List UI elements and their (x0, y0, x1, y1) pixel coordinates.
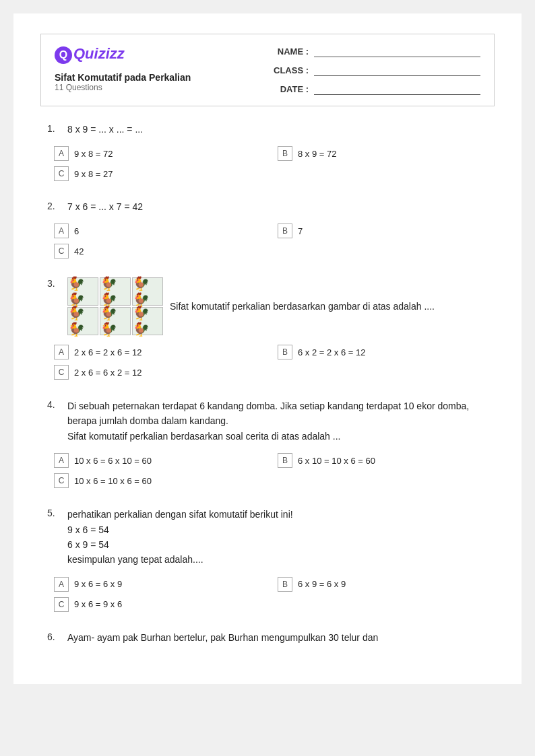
option-letter-1b: B (278, 146, 292, 161)
option-2c: C 42 (54, 244, 264, 259)
rooster-cell: 🐓🐓 (100, 307, 131, 335)
question-row-1: 1. 8 x 9 = ... x ... = ... (47, 123, 488, 137)
rooster-cell: 🐓🐓 (132, 277, 163, 306)
question-text-1: 8 x 9 = ... x ... = ... (67, 123, 488, 137)
question-block-2: 2. 7 x 6 = ... x 7 = 42 A 6 B 7 C 42 (47, 200, 488, 259)
question-block-5: 5. perhatikan perkalian dengan sifat kom… (47, 507, 488, 612)
option-letter-1c: C (54, 166, 69, 181)
option-text-1a: 9 x 8 = 72 (74, 149, 113, 159)
option-text-5a: 9 x 6 = 6 x 9 (74, 579, 122, 589)
option-text-2a: 6 (74, 226, 79, 236)
option-3a: A 2 x 6 = 2 x 6 = 12 (54, 345, 264, 359)
options-grid-5: A 9 x 6 = 6 x 9 B 6 x 9 = 6 x 9 C 9 x 6 … (47, 577, 488, 612)
name-field-row: NAME : (272, 45, 480, 57)
option-5b: B 6 x 9 = 6 x 9 (278, 577, 488, 592)
option-4b: B 6 x 10 = 10 x 6 = 60 (278, 453, 488, 468)
options-grid-3: A 2 x 6 = 2 x 6 = 12 B 6 x 2 = 2 x 6 = 1… (47, 345, 488, 380)
option-letter-2b: B (278, 224, 292, 238)
option-text-3c: 2 x 6 = 6 x 2 = 12 (74, 368, 141, 378)
logo-q-circle: Q (55, 46, 72, 64)
option-text-2c: 42 (74, 246, 84, 256)
date-field-row: DATE : (272, 83, 480, 95)
question-num-4: 4. (47, 399, 67, 410)
class-line (314, 64, 480, 76)
option-1a: A 9 x 8 = 72 (54, 146, 264, 161)
question-num-6: 6. (47, 631, 67, 642)
question-text-5: perhatikan perkalian dengan sifat komuta… (67, 507, 293, 568)
option-letter-4a: A (54, 453, 69, 468)
rooster-cell: 🐓🐓 (67, 277, 98, 306)
question-text-3: Sifat komutatif perkalian berdasarkan ga… (170, 300, 435, 314)
question-text-2: 7 x 6 = ... x 7 = 42 (67, 200, 488, 214)
question-block-1: 1. 8 x 9 = ... x ... = ... A 9 x 8 = 72 … (47, 123, 488, 181)
question-row-2: 2. 7 x 6 = ... x 7 = 42 (47, 200, 488, 214)
option-letter-3a: A (54, 345, 69, 359)
name-line (314, 45, 480, 57)
question-num-1: 1. (47, 123, 67, 134)
option-text-3b: 6 x 2 = 2 x 6 = 12 (298, 347, 365, 357)
question-num-2: 2. (47, 200, 67, 211)
question-num-3: 3. (47, 277, 67, 289)
option-text-4a: 10 x 6 = 6 x 10 = 60 (74, 456, 152, 466)
option-text-4b: 6 x 10 = 10 x 6 = 60 (298, 456, 375, 466)
option-text-3a: 2 x 6 = 2 x 6 = 12 (74, 347, 141, 357)
question-row-6: 6. Ayam- ayam pak Burhan bertelur, pak B… (47, 631, 488, 645)
options-grid-4: A 10 x 6 = 6 x 10 = 60 B 6 x 10 = 10 x 6… (47, 453, 488, 488)
date-line (314, 83, 480, 95)
class-field-row: CLASS : (272, 64, 480, 76)
option-4a: A 10 x 6 = 6 x 10 = 60 (54, 453, 264, 468)
question-row-5: 5. perhatikan perkalian dengan sifat kom… (47, 507, 488, 568)
question-row-3: 3. 🐓🐓 🐓🐓 🐓🐓 🐓🐓 🐓🐓 🐓🐓 (47, 277, 488, 335)
option-letter-5a: A (54, 577, 69, 592)
rooster-cell: 🐓🐓 (100, 277, 131, 306)
option-2a: A 6 (54, 224, 264, 238)
option-5a: A 9 x 6 = 6 x 9 (54, 577, 264, 592)
option-5c: C 9 x 6 = 9 x 6 (54, 597, 264, 612)
options-grid-2: A 6 B 7 C 42 (47, 224, 488, 259)
option-3b: B 6 x 2 = 2 x 6 = 12 (278, 345, 488, 359)
option-letter-5b: B (278, 577, 292, 592)
date-label: DATE : (272, 84, 309, 94)
option-text-2b: 7 (298, 226, 303, 236)
question-num-5: 5. (47, 507, 67, 518)
question-block-4: 4. Di sebuah peternakan terdapat 6 kanda… (47, 399, 488, 488)
rooster-image: 🐓🐓 🐓🐓 🐓🐓 🐓🐓 🐓🐓 🐓🐓 (67, 277, 163, 335)
option-letter-3b: B (278, 345, 292, 359)
option-letter-4c: C (54, 473, 69, 488)
option-1b: B 8 x 9 = 72 (278, 146, 488, 161)
option-letter-5c: C (54, 597, 69, 612)
option-text-1c: 9 x 8 = 27 (74, 169, 113, 179)
question-block-3: 3. 🐓🐓 🐓🐓 🐓🐓 🐓🐓 🐓🐓 🐓🐓 (47, 277, 488, 380)
option-text-4c: 10 x 6 = 10 x 6 = 60 (74, 476, 152, 486)
rooster-cell: 🐓🐓 (132, 307, 163, 335)
option-text-1b: 8 x 9 = 72 (298, 149, 336, 159)
quiz-subtitle: 11 Questions (55, 83, 191, 92)
rooster-cell: 🐓🐓 (67, 307, 98, 335)
header-left: QQuizizz Sifat Komutatif pada Perkalian … (55, 45, 191, 92)
name-label: NAME : (272, 46, 309, 57)
option-letter-2a: A (54, 224, 69, 238)
page: QQuizizz Sifat Komutatif pada Perkalian … (13, 13, 522, 684)
option-text-5c: 9 x 6 = 9 x 6 (74, 599, 122, 609)
question-text-6: Ayam- ayam pak Burhan bertelur, pak Burh… (67, 631, 488, 645)
option-2b: B 7 (278, 224, 488, 238)
questions-section: 1. 8 x 9 = ... x ... = ... A 9 x 8 = 72 … (40, 123, 495, 645)
option-3c: C 2 x 6 = 6 x 2 = 12 (54, 365, 264, 380)
option-letter-1a: A (54, 146, 69, 161)
header: QQuizizz Sifat Komutatif pada Perkalian … (40, 34, 495, 106)
option-letter-3c: C (54, 365, 69, 380)
header-right: NAME : CLASS : DATE : (272, 45, 480, 95)
option-text-5b: 6 x 9 = 6 x 9 (298, 579, 346, 589)
option-letter-2c: C (54, 244, 69, 259)
class-label: CLASS : (272, 65, 309, 75)
logo: QQuizizz (55, 45, 191, 64)
option-letter-4b: B (278, 453, 292, 468)
question-row-4: 4. Di sebuah peternakan terdapat 6 kanda… (47, 399, 488, 444)
question-text-4: Di sebuah peternakan terdapat 6 kandang … (67, 399, 488, 444)
quiz-title: Sifat Komutatif pada Perkalian (55, 72, 191, 83)
options-grid-1: A 9 x 8 = 72 B 8 x 9 = 72 C 9 x 8 = 27 (47, 146, 488, 181)
question-block-6: 6. Ayam- ayam pak Burhan bertelur, pak B… (47, 631, 488, 645)
option-1c: C 9 x 8 = 27 (54, 166, 264, 181)
logo-text: Quizizz (73, 45, 125, 62)
option-4c: C 10 x 6 = 10 x 6 = 60 (54, 473, 264, 488)
